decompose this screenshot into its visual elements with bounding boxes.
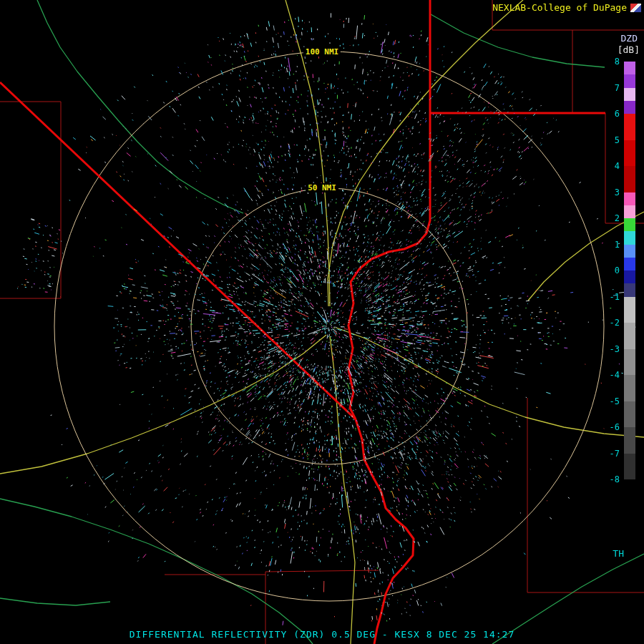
colorbar-tick-label: 3 (600, 187, 620, 198)
colorbar-tick-label: 0 (600, 265, 620, 276)
colorbar-tick-label: 6 (600, 108, 620, 119)
colorbar-threshold-label: TH (613, 548, 624, 559)
colorbar-tick-label: -5 (600, 396, 620, 407)
colorbar-ticks: 876543210-1-2-3-4-5-6-7-8 (594, 0, 644, 644)
colorbar-tick-label: 5 (600, 135, 620, 146)
colorbar-tick-label: -3 (600, 343, 620, 355)
colorbar-tick-label: 8 (600, 56, 620, 67)
range-ring-label-100nmi: 100 NMI (303, 47, 341, 57)
colorbar-tick-label: -2 (600, 317, 620, 328)
colorbar-tick-label: -4 (600, 369, 620, 381)
colorbar-tick-label: -8 (600, 474, 620, 485)
range-ring-label-50nmi: 50 NMI (306, 183, 338, 192)
colorbar-tick-label: 1 (600, 239, 620, 250)
radar-map-canvas (0, 0, 644, 644)
colorbar-tick-label: -6 (600, 421, 620, 433)
colorbar-tick-label: -1 (600, 291, 620, 303)
product-title: DIFFERENTIAL REFLECTIVITY (ZDR) 0.5 DEG … (0, 629, 644, 640)
radar-display: NEXLAB-College of DuPage DZD [dB] 876543… (0, 0, 644, 644)
colorbar-tick-label: 2 (600, 213, 620, 224)
colorbar-tick-label: -7 (600, 448, 620, 459)
colorbar-tick-label: 4 (600, 160, 620, 172)
colorbar-tick-label: 7 (600, 82, 620, 94)
